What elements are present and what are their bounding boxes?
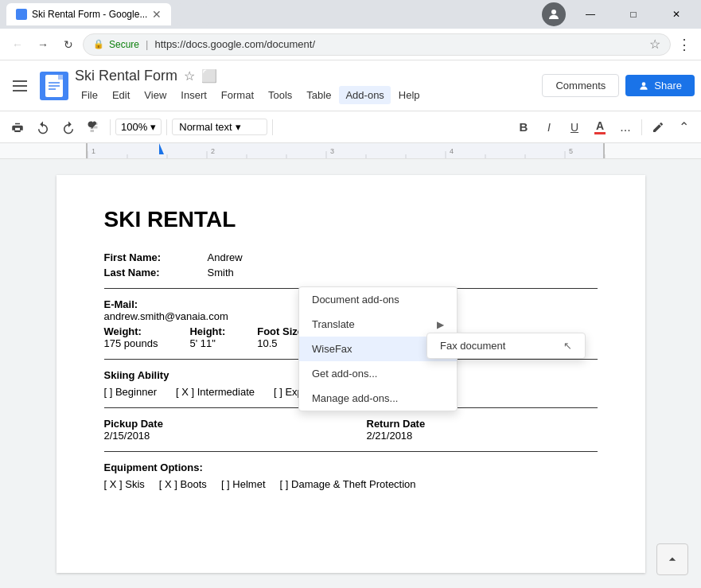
translate-arrow: ▶: [437, 319, 444, 330]
app-header: Ski Rental Form ☆ ⬜ File Edit View Inser…: [0, 60, 701, 111]
doc-title: Ski Rental Form: [75, 68, 177, 84]
menubar: File Edit View Insert Format Tools Table…: [75, 86, 535, 104]
title-bar: Ski Rental Form - Google... ✕ — □ ✕: [0, 0, 701, 29]
more-options-button[interactable]: ...: [614, 116, 637, 138]
tab-title: Ski Rental Form - Google...: [32, 9, 147, 20]
doc-icon: [40, 72, 68, 100]
back-button[interactable]: ←: [6, 33, 29, 56]
menu-item-file[interactable]: File: [75, 86, 104, 104]
reload-button[interactable]: ↻: [57, 33, 80, 56]
wisefax-fax-label: Fax document: [440, 340, 505, 352]
address-bar: ← → ↻ 🔒 Secure | https://docs.google.com…: [0, 29, 701, 60]
addons-item-translate-label: Translate: [312, 318, 355, 330]
underline-button[interactable]: U: [563, 116, 586, 138]
tab-favicon: [16, 9, 27, 20]
italic-button[interactable]: I: [538, 116, 560, 138]
style-value: Normal text: [179, 121, 232, 133]
menu-item-help[interactable]: Help: [392, 86, 426, 104]
redo-button[interactable]: [57, 116, 80, 138]
dates-row: Pickup Date 2/15/2018 Return Date 2/21/2…: [104, 418, 598, 442]
secure-label: Secure: [109, 39, 139, 50]
addons-item-manage[interactable]: Manage add-ons...: [299, 386, 457, 411]
addons-item-document[interactable]: Document add-ons: [299, 287, 457, 312]
addons-item-get[interactable]: Get add-ons...: [299, 361, 457, 386]
svg-point-6: [642, 82, 646, 86]
svg-text:4: 4: [450, 147, 454, 155]
cursor-indicator: ↖: [563, 340, 572, 352]
zoom-dropdown[interactable]: 100% ▾: [115, 119, 162, 135]
height-label: Height:: [189, 325, 225, 337]
return-label: Return Date: [367, 418, 598, 430]
maximize-button[interactable]: □: [615, 0, 652, 29]
menu-item-view[interactable]: View: [138, 86, 173, 104]
wisefax-fax-document[interactable]: Fax document ↖: [427, 333, 585, 358]
document-area: SKI RENTAL First Name: Andrew Last Name:…: [0, 159, 701, 588]
collapse-button[interactable]: ⌃: [672, 116, 695, 138]
style-dropdown[interactable]: Normal text ▾: [172, 119, 267, 135]
menu-item-edit[interactable]: Edit: [106, 86, 136, 104]
browser-menu-button[interactable]: ⋮: [674, 33, 695, 56]
weight-col: Weight: 175 pounds: [104, 325, 158, 349]
menu-item-addons[interactable]: Add-ons: [339, 86, 390, 104]
new-tab-area: [177, 3, 209, 25]
menu-item-table[interactable]: Table: [300, 86, 337, 104]
divider-4: [104, 451, 598, 452]
zoom-arrow: ▾: [150, 121, 156, 133]
lastname-row: Last Name: Smith: [104, 267, 598, 278]
height-value: 5' 11": [189, 337, 225, 349]
pencil-button[interactable]: [647, 116, 669, 138]
minimize-button[interactable]: —: [572, 0, 609, 29]
pickup-value: 2/15/2018: [104, 430, 335, 442]
document-heading: SKI RENTAL: [104, 207, 598, 232]
return-col: Return Date 2/21/2018: [367, 418, 598, 442]
undo-button[interactable]: [32, 116, 54, 138]
tab-close-button[interactable]: ✕: [152, 8, 162, 21]
share-label: Share: [654, 80, 682, 92]
url-bar[interactable]: 🔒 Secure | https://docs.google.com/docum…: [83, 33, 671, 56]
app-window: Ski Rental Form - Google... ✕ — □ ✕ ← → …: [0, 0, 701, 588]
addons-item-manage-label: Manage add-ons...: [312, 392, 398, 404]
svg-text:5: 5: [569, 147, 573, 155]
font-color-bar: [594, 132, 606, 134]
svg-text:3: 3: [330, 147, 334, 155]
profile-button[interactable]: [542, 2, 566, 26]
toolbar-right: B I U A ... ⌃: [512, 116, 695, 138]
firstname-value: Andrew: [208, 251, 243, 263]
doc-folder-icon[interactable]: ⬜: [201, 68, 217, 84]
font-color-button[interactable]: A: [589, 116, 611, 138]
floating-action-button[interactable]: [656, 543, 688, 575]
firstname-label: First Name:: [104, 251, 208, 263]
addons-item-get-label: Get add-ons...: [312, 368, 377, 380]
menu-item-tools[interactable]: Tools: [262, 86, 298, 104]
return-value: 2/21/2018: [367, 430, 598, 442]
browser-tab[interactable]: Ski Rental Form - Google... ✕: [6, 3, 171, 25]
addons-item-document-label: Document add-ons: [312, 294, 399, 306]
paint-format-button[interactable]: [83, 116, 105, 138]
bold-button[interactable]: B: [512, 116, 535, 138]
weight-label: Weight:: [104, 325, 158, 337]
hamburger-line: [13, 80, 27, 82]
toolbar-separator-2: [166, 119, 167, 135]
hamburger-menu[interactable]: [6, 74, 33, 98]
hamburger-line: [13, 85, 27, 87]
weight-value: 175 pounds: [104, 337, 158, 349]
skiing-option-beginner: [ ] Beginner: [104, 386, 158, 398]
print-button[interactable]: [6, 116, 29, 138]
forward-button[interactable]: →: [32, 33, 54, 56]
doc-title-row: Ski Rental Form ☆ ⬜: [75, 68, 535, 84]
bookmark-star[interactable]: ☆: [649, 37, 660, 52]
menu-item-format[interactable]: Format: [215, 86, 260, 104]
wisefax-submenu: Fax document ↖: [426, 333, 586, 359]
toolbar: 100% ▾ Normal text ▾ B I U A ... ⌃: [0, 111, 701, 143]
pickup-col: Pickup Date 2/15/2018: [104, 418, 335, 442]
toolbar-separator: [110, 119, 111, 135]
share-button[interactable]: Share: [625, 75, 695, 96]
firstname-row: First Name: Andrew: [104, 251, 598, 263]
ruler-svg: 1 2 3 4 5: [0, 143, 701, 159]
skiing-option-intermediate: [ X ] Intermediate: [176, 386, 255, 398]
svg-point-0: [551, 10, 556, 14]
menu-item-insert[interactable]: Insert: [174, 86, 213, 104]
comments-button[interactable]: Comments: [542, 74, 619, 97]
close-button[interactable]: ✕: [658, 0, 695, 29]
doc-star-icon[interactable]: ☆: [184, 68, 195, 84]
